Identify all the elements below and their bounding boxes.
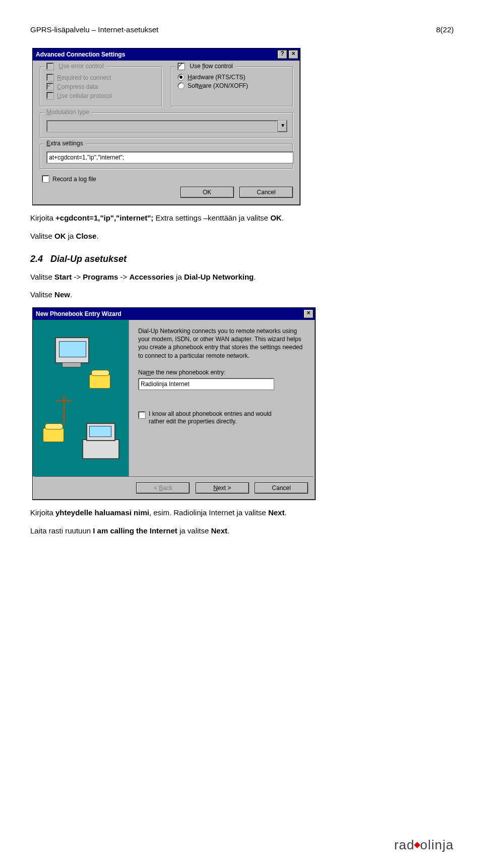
compress-checkbox[interactable]	[46, 83, 54, 90]
dialog1-title: Advanced Connection Settings	[36, 51, 276, 58]
telephone-pole-icon	[63, 396, 65, 424]
dialog1-titlebar: Advanced Connection Settings ? ×	[33, 48, 300, 61]
page-header: GPRS-lisäpalvelu – Internet-asetukset 8(…	[30, 25, 454, 34]
laptop-icon	[82, 439, 119, 459]
section-heading: 2.4 Dial-Up asetukset	[30, 254, 454, 264]
wizard-artwork	[33, 320, 129, 476]
instruction-5: Kirjoita yhteydelle haluamasi nimi, esim…	[30, 507, 454, 518]
cellular-protocol-row: Use cellular protocol	[46, 92, 156, 99]
dropdown-arrow-icon[interactable]: ▾	[278, 120, 287, 132]
modulation-group: Modulation type ▾	[40, 113, 293, 138]
header-right: 8(22)	[436, 25, 454, 34]
extra-settings-group: Extra settings at+cgdcont=1,"ip","intern…	[40, 144, 293, 169]
error-control-legend: Use error control	[44, 63, 106, 70]
record-log-row: Record a log file	[42, 175, 293, 183]
phone-icon	[89, 374, 110, 389]
software-radio[interactable]	[177, 82, 185, 89]
instruction-1: Kirjoita +cgdcont=1,"ip","internet"; Ext…	[30, 212, 454, 224]
phonebook-name-input[interactable]: Radiolinja Internet	[138, 378, 274, 390]
phone-icon	[43, 428, 64, 442]
help-button[interactable]: ?	[277, 50, 287, 59]
wizard-name-label: Name the new phonebook entry:	[138, 369, 306, 376]
wizard-intro-text: Dial-Up Networking connects you to remot…	[138, 327, 306, 360]
modulation-dropdown[interactable]: ▾	[46, 120, 287, 132]
flow-control-legend: Use flow control	[175, 63, 235, 70]
know-all-checkbox[interactable]	[138, 411, 146, 419]
required-checkbox[interactable]	[46, 74, 54, 81]
hardware-radio[interactable]	[177, 74, 185, 81]
dialog2-title: New Phonebook Entry Wizard	[36, 310, 302, 317]
back-button[interactable]: < Back	[136, 482, 190, 494]
next-button[interactable]: Next >	[196, 482, 249, 494]
advanced-connection-dialog: Advanced Connection Settings ? × Use err…	[32, 48, 300, 205]
hardware-radio-row: Hardware (RTS/CTS)	[177, 74, 287, 81]
instruction-4: Valitse New.	[30, 289, 454, 300]
logo-dot-icon	[414, 842, 420, 848]
close-button[interactable]: ×	[288, 50, 298, 59]
extra-settings-legend: Extra settings	[44, 140, 85, 147]
cancel-button[interactable]: Cancel	[239, 187, 293, 198]
record-log-checkbox[interactable]	[42, 175, 49, 183]
software-radio-row: Software (XON/XOFF)	[177, 82, 287, 89]
flow-control-group: Use flow control Hardware (RTS/CTS) Soft…	[171, 67, 293, 106]
monitor-icon	[55, 337, 89, 363]
use-error-control-checkbox[interactable]	[46, 63, 54, 70]
modulation-legend: Modulation type	[44, 108, 91, 116]
phonebook-wizard-dialog: New Phonebook Entry Wizard × Dial-Up Net…	[32, 307, 316, 500]
close-button[interactable]: ×	[304, 309, 314, 318]
know-all-row: I know all about phonebook entries and w…	[138, 410, 306, 426]
header-left: GPRS-lisäpalvelu – Internet-asetukset	[30, 25, 158, 34]
error-control-group: Use error control Required to connect Co…	[40, 67, 162, 106]
dialog2-titlebar: New Phonebook Entry Wizard ×	[33, 308, 315, 320]
compress-data-row: Compress data	[46, 83, 156, 90]
cancel-button[interactable]: Cancel	[255, 482, 308, 494]
footer-logo: radolinja radiolinja	[394, 837, 454, 853]
instruction-3: Valitse Start -> Programs -> Accessories…	[30, 272, 454, 283]
instruction-2: Valitse OK ja Close.	[30, 231, 454, 242]
know-all-label: I know all about phonebook entries and w…	[149, 410, 280, 426]
use-flow-control-checkbox[interactable]	[177, 63, 185, 70]
instruction-6: Laita rasti ruutuun I am calling the Int…	[30, 525, 454, 536]
required-to-connect-row: Required to connect	[46, 74, 156, 81]
extra-settings-input[interactable]: at+cgdcont=1,"ip","internet";	[46, 151, 293, 164]
cellular-checkbox[interactable]	[46, 92, 54, 99]
ok-button[interactable]: OK	[180, 187, 234, 198]
